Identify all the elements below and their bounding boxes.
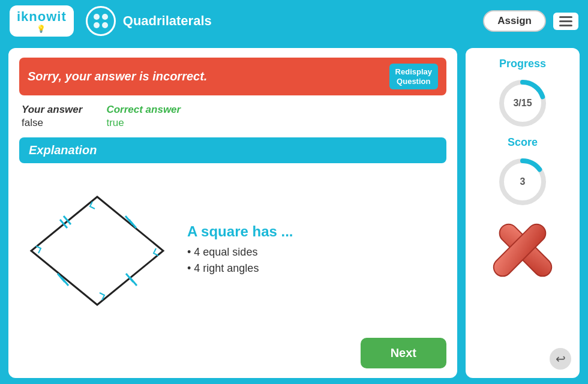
topic-title: Quadrilaterals: [123, 13, 212, 29]
correct-answer-value: true: [106, 117, 181, 129]
right-panel: Progress 3/15 Score 3: [466, 48, 580, 378]
next-button[interactable]: Next: [361, 338, 446, 368]
progress-text: 3/15: [513, 98, 532, 109]
menu-line-2: [559, 20, 572, 22]
assign-button[interactable]: Assign: [483, 10, 546, 32]
back-button[interactable]: ↩: [550, 348, 571, 370]
svg-point-2: [94, 22, 100, 28]
explanation-text: A square has ... 4 equal sides 4 right a…: [187, 223, 446, 278]
your-answer-col: Your answer false: [22, 104, 82, 129]
explanation-list: 4 equal sides 4 right angles: [187, 246, 446, 275]
topic-icon: [86, 6, 116, 36]
incorrect-x-icon: [481, 217, 565, 289]
your-answer-value: false: [22, 117, 82, 129]
svg-marker-4: [31, 197, 163, 305]
explanation-content: A square has ... 4 equal sides 4 right a…: [19, 169, 446, 332]
main-area: Sorry, your answer is incorrect. Redispl…: [0, 42, 588, 384]
list-item: 4 right angles: [187, 262, 446, 275]
header: iknowit 💡 Quadrilaterals Assign: [0, 0, 588, 42]
explanation-header: Explanation: [19, 137, 446, 163]
incorrect-message: Sorry, your answer is incorrect.: [28, 70, 207, 83]
score-text: 3: [520, 176, 526, 187]
progress-circle: 3/15: [496, 76, 550, 130]
logo: iknowit 💡: [10, 5, 74, 37]
list-item: 4 equal sides: [187, 246, 446, 259]
svg-line-12: [130, 277, 137, 286]
score-circle: 3: [496, 155, 550, 209]
square-diagram: [19, 185, 175, 317]
logo-lightbulb: 💡: [17, 25, 67, 33]
progress-label: Progress: [499, 58, 546, 70]
explanation-heading: A square has ...: [187, 223, 446, 240]
back-icon: ↩: [556, 352, 566, 366]
menu-line-3: [559, 25, 572, 26]
topic-svg-icon: [92, 12, 110, 30]
redisplay-button[interactable]: RedisplayQuestion: [389, 64, 438, 89]
menu-button[interactable]: [553, 13, 578, 30]
score-label: Score: [508, 136, 538, 149]
incorrect-banner: Sorry, your answer is incorrect. Redispl…: [19, 58, 446, 95]
svg-point-0: [94, 14, 100, 20]
left-panel: Sorry, your answer is incorrect. Redispl…: [8, 48, 457, 378]
correct-answer-col: Correct answer true: [106, 104, 181, 129]
menu-line-1: [559, 16, 572, 18]
correct-answer-label: Correct answer: [106, 104, 181, 116]
answer-row: Your answer false Correct answer true: [19, 101, 446, 131]
your-answer-label: Your answer: [22, 104, 82, 116]
svg-point-1: [102, 14, 108, 20]
header-right: Assign: [483, 10, 578, 32]
svg-point-3: [102, 22, 108, 28]
